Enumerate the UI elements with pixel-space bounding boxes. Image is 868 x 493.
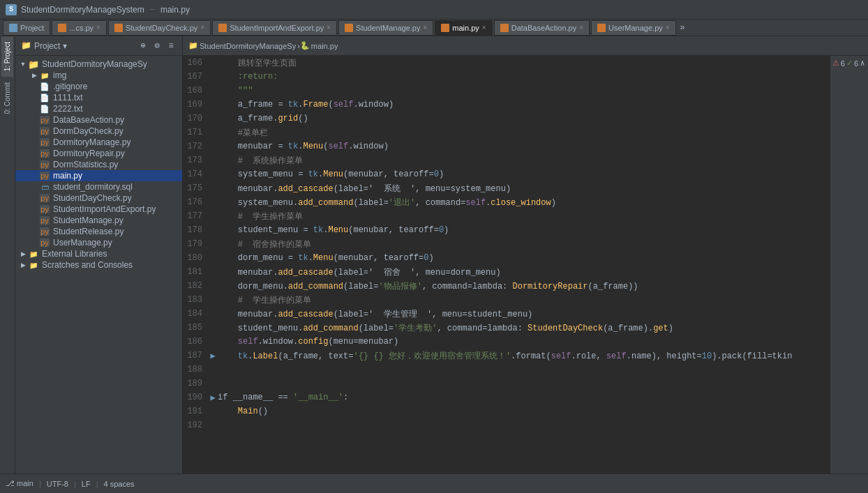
- code-content-179[interactable]: # 宿舍操作的菜单: [218, 238, 311, 250]
- tree-file-icon-main: py: [39, 171, 50, 181]
- sidebar-tab-project[interactable]: 1: Project: [1, 36, 13, 77]
- tree-item-img[interactable]: ▶📁img: [15, 70, 182, 81]
- code-content-168[interactable]: """: [218, 86, 253, 96]
- tree-item-1111txt[interactable]: 📄1111.txt: [15, 92, 182, 103]
- project-tree: ▼📁StudentDormitoryManageSy▶📁img📄.gitigno…: [15, 56, 182, 473]
- tree-arrow-scratchpad[interactable]: ▶: [18, 261, 28, 268]
- tab-close-studentimport[interactable]: ×: [327, 24, 331, 31]
- tree-file-icon-2222txt: 📄: [39, 104, 50, 114]
- code-content-171[interactable]: #菜单栏: [218, 127, 268, 139]
- line-number-168: 168: [183, 84, 208, 98]
- tree-item-extlibs[interactable]: ▶📁External Libraries: [15, 248, 182, 259]
- tree-item-gitignore[interactable]: 📄.gitignore: [15, 81, 182, 92]
- code-content-166[interactable]: 跳转至学生页面: [218, 57, 297, 69]
- sidebar-tab-commit[interactable]: 0: Commit: [1, 77, 13, 120]
- add-icon[interactable]: ⊕: [137, 40, 149, 52]
- tree-file-icon-studentdaycheck: py: [39, 193, 50, 203]
- tab-close-studentdaycheck[interactable]: ×: [200, 24, 204, 31]
- tree-arrow-img[interactable]: ▶: [29, 72, 39, 79]
- options-icon[interactable]: ≡: [165, 40, 177, 52]
- tab-studentmanage[interactable]: StudentManage.py×: [338, 20, 433, 36]
- tree-item-2222txt[interactable]: 📄2222.txt: [15, 103, 182, 114]
- tree-file-icon-dormitorymanage: py: [39, 137, 50, 147]
- code-content-175[interactable]: menubar.add_cascade(label=' 系统 ', menu=s…: [218, 183, 511, 195]
- tree-item-dormitoryrepair[interactable]: pyDormitoryRepair.py: [15, 148, 182, 159]
- code-content-184[interactable]: menubar.add_cascade(label=' 学生管理 ', menu…: [218, 308, 532, 320]
- code-content-169[interactable]: a_frame = tk.Frame(self.window): [218, 100, 394, 109]
- settings-icon[interactable]: ⚙: [151, 40, 163, 52]
- code-line-188: 188: [183, 363, 830, 377]
- tree-label-dormstatistics: DormStatistics.py: [53, 160, 118, 169]
- tree-item-root[interactable]: ▼📁StudentDormitoryManageSy: [15, 59, 182, 70]
- tree-item-usermanage[interactable]: pyUserManage.py: [15, 237, 182, 248]
- line-number-184: 184: [183, 307, 208, 321]
- tab-usermanage[interactable]: UserManage.py×: [591, 20, 676, 36]
- code-content-183[interactable]: # 学生操作的菜单: [218, 294, 311, 306]
- code-content-176[interactable]: system_menu.add_command(label='退出', comm…: [218, 197, 556, 208]
- code-content-180[interactable]: dorm_menu = tk.Menu(menubar, tearoff=0): [218, 253, 434, 263]
- tab-close-studentmanage[interactable]: ×: [423, 24, 427, 31]
- encoding-label[interactable]: UTF-8: [47, 480, 68, 488]
- tree-label-studentrelease: StudentRelease.py: [53, 227, 124, 236]
- tab-overflow-button[interactable]: »: [678, 23, 688, 33]
- code-content-191[interactable]: Main(): [218, 407, 268, 416]
- code-content-173[interactable]: # 系统操作菜单: [218, 155, 303, 167]
- code-content-167[interactable]: :return:: [218, 72, 278, 82]
- tree-item-studentimport[interactable]: pyStudentImportAndExport.py: [15, 204, 182, 215]
- line-number-188: 188: [183, 363, 208, 377]
- tab-studentdaycheck[interactable]: StudentDayCheck.py×: [108, 20, 211, 36]
- code-view[interactable]: 166 跳转至学生页面167 :return:168 """169 a_fram…: [183, 56, 830, 473]
- tree-item-main[interactable]: pymain.py: [15, 170, 182, 181]
- code-line-178: 178 student_menu = tk.Menu(menubar, tear…: [183, 223, 830, 237]
- line-number-180: 180: [183, 251, 208, 265]
- indent-label[interactable]: 4 spaces: [104, 480, 135, 488]
- tab-close-usermanage[interactable]: ×: [666, 24, 670, 31]
- tree-item-studentrelease[interactable]: pyStudentRelease.py: [15, 226, 182, 237]
- code-line-180: 180 dorm_menu = tk.Menu(menubar, tearoff…: [183, 251, 830, 265]
- code-content-186[interactable]: self.window.config(menu=menubar): [218, 337, 398, 347]
- tree-item-studentdormitory[interactable]: 🗃student_dormitory.sql: [15, 181, 182, 192]
- code-content-187[interactable]: tk.Label(a_frame, text='{} {} 您好，欢迎使用宿舍管…: [218, 350, 792, 362]
- tree-item-dormstatistics[interactable]: pyDormStatistics.py: [15, 159, 182, 170]
- line-number-174: 174: [183, 167, 208, 181]
- code-content-178[interactable]: student_menu = tk.Menu(menubar, tearoff=…: [218, 225, 449, 235]
- title-separator: —: [150, 5, 155, 15]
- tab-main[interactable]: main.py×: [435, 20, 492, 36]
- code-content-190[interactable]: if __name__ == '__main__':: [218, 393, 348, 402]
- window-title: StudentDormitoryManageSystem: [21, 5, 144, 15]
- code-content-185[interactable]: student_menu.add_command(label='学生考勤', c…: [218, 322, 673, 334]
- code-content-174[interactable]: system_menu = tk.Menu(menubar, tearoff=0…: [218, 169, 444, 179]
- tab-label-main: main.py: [452, 24, 479, 32]
- breadcrumb-folder-icon: 📁: [188, 41, 198, 50]
- tab-close-main[interactable]: ×: [482, 24, 486, 31]
- tab-close-cs[interactable]: ×: [96, 24, 100, 31]
- tree-item-databaseaction[interactable]: pyDataBaseAction.py: [15, 114, 182, 126]
- tab-project[interactable]: Project: [3, 20, 50, 36]
- code-content-177[interactable]: # 学生操作菜单: [218, 211, 303, 222]
- tab-databaseaction[interactable]: DataBaseAction.py×: [494, 20, 590, 36]
- line-sep-label[interactable]: LF: [82, 480, 91, 488]
- right-indicators: ⚠ 6 ✓ 6 ∧: [830, 56, 868, 473]
- code-line-168: 168 """: [183, 84, 830, 98]
- tree-arrow-extlibs[interactable]: ▶: [18, 250, 28, 257]
- tree-file-icon-usermanage: py: [39, 238, 50, 248]
- code-content-181[interactable]: menubar.add_cascade(label=' 宿舍 ', menu=d…: [218, 266, 501, 278]
- tree-item-dormitorymanage[interactable]: pyDormitoryManage.py: [15, 137, 182, 148]
- tree-label-studentdaycheck: StudentDayCheck.py: [53, 193, 132, 203]
- tree-item-studentmanage2[interactable]: pyStudentManage.py: [15, 215, 182, 226]
- tree-item-scratchpad[interactable]: ▶📁Scratches and Consoles: [15, 259, 182, 271]
- tab-close-databaseaction[interactable]: ×: [579, 24, 583, 31]
- code-content-182[interactable]: dorm_menu.add_command(label='物品报修', comm…: [218, 280, 638, 292]
- tab-studentimport[interactable]: StudentImportAndExport.py×: [212, 20, 337, 36]
- tree-arrow-root[interactable]: ▼: [18, 61, 28, 68]
- tree-label-studentmanage2: StudentManage.py: [53, 215, 124, 225]
- code-content-172[interactable]: menubar = tk.Menu(self.window): [218, 142, 389, 151]
- tab-icon-usermanage: [597, 24, 606, 32]
- tree-item-studentdaycheck[interactable]: pyStudentDayCheck.py: [15, 192, 182, 204]
- code-line-170: 170 a_frame.grid(): [183, 112, 830, 126]
- code-line-177: 177 # 学生操作菜单: [183, 209, 830, 223]
- tree-item-dormdaycheck[interactable]: pyDormDayCheck.py: [15, 126, 182, 137]
- code-content-170[interactable]: a_frame.grid(): [218, 114, 308, 123]
- tab-cs[interactable]: ...cs.py×: [52, 20, 107, 36]
- line-number-182: 182: [183, 279, 208, 293]
